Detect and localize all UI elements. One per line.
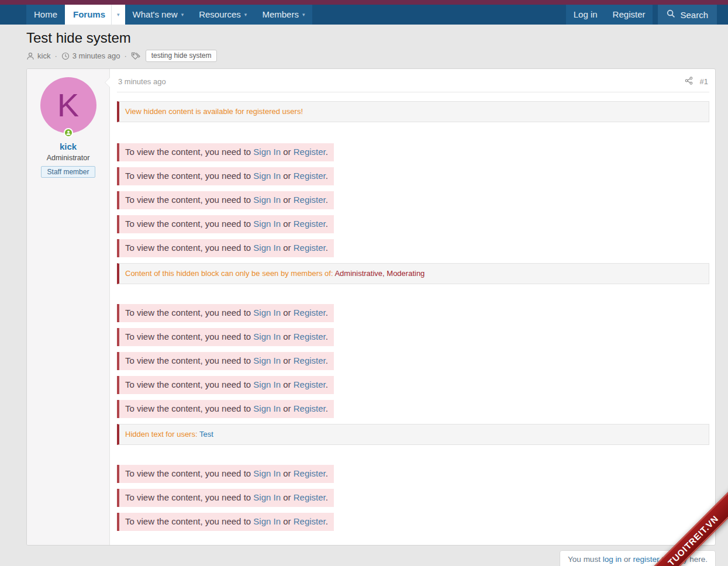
sign-in-link[interactable]: Sign In — [253, 356, 281, 365]
reply-text-end: to reply here. — [659, 555, 708, 564]
main-nav: Home Forums ▾ What's new ▾ Resources ▾ M… — [0, 5, 728, 25]
hide-text-end: . — [326, 219, 328, 229]
notice-text: Content of this hidden block can only be… — [125, 269, 334, 278]
nav-item-forums[interactable]: Forums ▾ — [65, 5, 125, 25]
sign-in-link[interactable]: Sign In — [253, 219, 281, 229]
notice-groups: Administrative, Moderating — [334, 269, 425, 278]
top-accent-strip — [0, 0, 728, 5]
thread-author-link[interactable]: kick — [37, 51, 50, 60]
hidden-content-block: To view the content, you need to Sign In… — [117, 328, 334, 346]
hidden-content-block: To view the content, you need to Sign In… — [117, 304, 334, 322]
hide-text-or: or — [281, 171, 294, 181]
thread-meta: kick · 3 minutes ago · testing hide syst… — [26, 50, 702, 62]
online-status-icon — [64, 128, 73, 137]
register-link[interactable]: Register — [294, 147, 326, 157]
sign-in-link[interactable]: Sign In — [253, 243, 281, 253]
chevron-down-icon: ▾ — [302, 5, 305, 25]
sign-in-link[interactable]: Sign In — [253, 516, 281, 526]
sign-in-link[interactable]: Sign In — [253, 171, 281, 181]
clock-icon — [61, 52, 70, 60]
nav-item-members[interactable]: Members ▾ — [254, 5, 312, 25]
sign-in-link[interactable]: Sign In — [253, 492, 281, 502]
nav-right: Log in Register Search — [566, 5, 717, 25]
sign-in-link[interactable]: Sign In — [253, 379, 281, 389]
register-link[interactable]: Register — [294, 516, 326, 526]
reply-register-link[interactable]: register — [633, 555, 659, 564]
visitor-tabs: Log in Register — [566, 5, 653, 25]
sign-in-link[interactable]: Sign In — [253, 468, 281, 478]
hide-text-or: or — [281, 356, 294, 365]
hide-text-pre: To view the content, you need to — [125, 492, 253, 502]
chevron-down-icon: ▾ — [244, 5, 247, 25]
register-link[interactable]: Register — [294, 492, 326, 502]
hide-text-end: . — [326, 243, 328, 253]
hidden-content-row: To view the content, you need to Sign In… — [117, 465, 709, 483]
hide-text-or: or — [281, 492, 294, 502]
hidden-content-row: To view the content, you need to Sign In… — [117, 167, 709, 185]
reply-text-mid: or — [622, 555, 633, 564]
register-link[interactable]: Register — [294, 219, 326, 229]
search-button[interactable]: Search — [658, 5, 717, 25]
nav-item-home[interactable]: Home — [26, 5, 65, 25]
sign-in-link[interactable]: Sign In — [253, 308, 281, 317]
sign-in-link[interactable]: Sign In — [253, 195, 281, 205]
register-link[interactable]: Register — [294, 468, 326, 478]
post-author-name[interactable]: kick — [32, 142, 105, 151]
hide-text-end: . — [326, 195, 328, 205]
hide-text-or: or — [281, 516, 294, 526]
post-number-link[interactable]: #1 — [700, 77, 708, 86]
nav-item-resources[interactable]: Resources ▾ — [191, 5, 254, 25]
hidden-content-block: To view the content, you need to Sign In… — [117, 215, 334, 233]
post-attribution: 3 minutes ago #1 — [117, 75, 709, 92]
register-link[interactable]: Register — [294, 195, 326, 205]
chevron-down-icon: ▾ — [181, 5, 184, 25]
meta-separator: · — [124, 51, 126, 60]
post-time-link[interactable]: 3 minutes ago — [118, 77, 166, 86]
register-button[interactable]: Register — [605, 5, 653, 25]
reply-login-link[interactable]: log in — [603, 555, 622, 564]
hidden-text-link[interactable]: Test — [199, 430, 213, 439]
hide-text-pre: To view the content, you need to — [125, 308, 253, 317]
sign-in-link[interactable]: Sign In — [253, 332, 281, 341]
hide-text-end: . — [326, 171, 328, 181]
register-link[interactable]: Register — [294, 171, 326, 181]
register-link[interactable]: Register — [294, 308, 326, 317]
hidden-content-block: To view the content, you need to Sign In… — [117, 489, 334, 507]
hide-text-pre: To view the content, you need to — [125, 379, 253, 389]
hidden-content-block: To view the content, you need to Sign In… — [117, 400, 334, 418]
sign-in-link[interactable]: Sign In — [253, 403, 281, 413]
sign-in-link[interactable]: Sign In — [253, 147, 281, 157]
hidden-content-row: To view the content, you need to Sign In… — [117, 191, 709, 209]
hidden-content-row: To view the content, you need to Sign In… — [117, 215, 709, 233]
register-link[interactable]: Register — [294, 356, 326, 365]
hidden-block-group-2: To view the content, you need to Sign In… — [117, 304, 709, 418]
hidden-content-row: To view the content, you need to Sign In… — [117, 239, 709, 257]
hide-text-end: . — [326, 356, 328, 365]
thread-tag[interactable]: testing hide system — [146, 50, 218, 62]
hidden-content-block: To view the content, you need to Sign In… — [117, 376, 334, 394]
nav-whats-new-label: What's new — [133, 5, 178, 25]
search-icon — [667, 9, 675, 20]
avatar[interactable]: K — [40, 77, 96, 133]
hide-text-end: . — [326, 379, 328, 389]
hide-text-pre: To view the content, you need to — [125, 195, 253, 205]
register-link[interactable]: Register — [294, 403, 326, 413]
register-link[interactable]: Register — [294, 243, 326, 253]
hide-text-or: or — [281, 403, 294, 413]
hide-text-pre: To view the content, you need to — [125, 171, 253, 181]
thread-time-link[interactable]: 3 minutes ago — [73, 51, 120, 60]
hide-text-or: or — [281, 332, 294, 341]
hidden-content-block: To view the content, you need to Sign In… — [117, 352, 334, 370]
login-button[interactable]: Log in — [566, 5, 605, 25]
hide-text-pre: To view the content, you need to — [125, 147, 253, 157]
register-link[interactable]: Register — [294, 332, 326, 341]
chevron-down-icon[interactable]: ▾ — [111, 5, 125, 25]
staff-member-badge: Staff member — [41, 166, 96, 178]
share-icon[interactable] — [685, 77, 693, 87]
reply-bar: You must log in or register to reply her… — [0, 546, 728, 566]
meta-separator: · — [54, 51, 57, 60]
hide-text-pre: To view the content, you need to — [125, 516, 253, 526]
register-link[interactable]: Register — [294, 379, 326, 389]
hidden-content-notice: View hidden content is available for reg… — [117, 101, 709, 122]
nav-item-whats-new[interactable]: What's new ▾ — [125, 5, 192, 25]
